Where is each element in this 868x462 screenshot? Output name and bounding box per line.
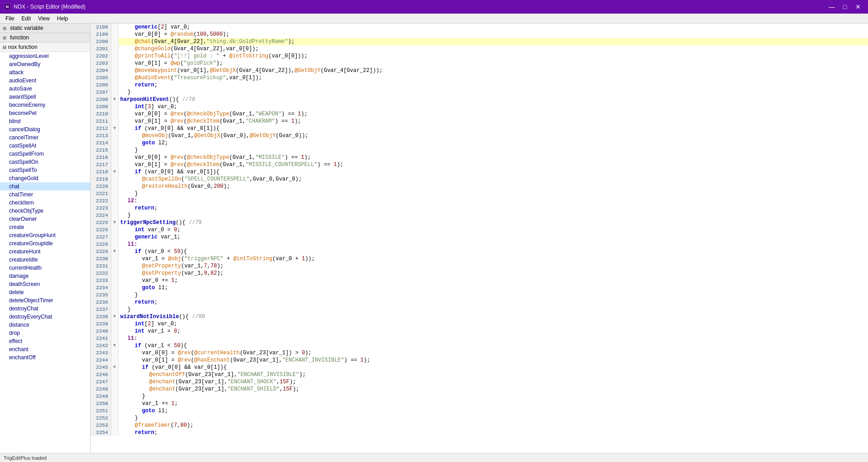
code-content[interactable]: var_0 += 1;	[118, 277, 868, 284]
sidebar-item-cancelTimer[interactable]: cancelTimer	[0, 133, 90, 142]
fold-indicator[interactable]	[111, 429, 118, 436]
code-content[interactable]: }	[118, 147, 868, 154]
code-content[interactable]: if (var_0[0] && var_0[1]){	[118, 168, 868, 176]
sidebar-item-enchantOff[interactable]: enchantOff	[0, 353, 90, 362]
code-content[interactable]: @enchantOff(Gvar_23[var_1],"ENCHANT_INVI…	[118, 371, 868, 378]
fold-indicator[interactable]	[111, 320, 118, 328]
fold-indicator[interactable]	[111, 371, 118, 378]
sidebar-item-checkObjType[interactable]: checkObjType	[0, 207, 90, 215]
sidebar-header-static-variable[interactable]: ⊞ static variable	[0, 24, 90, 33]
sidebar-item-checkItem[interactable]: checkItem	[0, 199, 90, 207]
code-content[interactable]: @setProperty(var_1,7,78);	[118, 262, 868, 270]
code-content[interactable]: var_0[1] = @rev(@checkItem(Gvar_1,"MISSI…	[118, 161, 868, 168]
fold-indicator[interactable]	[111, 24, 118, 31]
code-content[interactable]: }	[118, 212, 868, 219]
sidebar-item-destroyChat[interactable]: destroyChat	[0, 305, 90, 313]
sidebar-item-attack[interactable]: attack	[0, 68, 90, 76]
fold-indicator[interactable]	[111, 414, 118, 422]
fold-indicator[interactable]	[111, 60, 118, 67]
fold-indicator[interactable]	[111, 335, 118, 342]
code-content[interactable]: var_0[0] = @rev(@checkObjType(Gvar_1,"WE…	[118, 110, 868, 118]
fold-indicator[interactable]	[111, 393, 118, 400]
sidebar-item-awardSpell[interactable]: awardSpell	[0, 93, 90, 101]
sidebar-item-currentHealth[interactable]: currentHealth	[0, 264, 90, 272]
fold-indicator[interactable]: ▼	[111, 125, 118, 132]
code-content[interactable]: goto l1;	[118, 407, 868, 414]
fold-indicator[interactable]	[111, 52, 118, 60]
code-content[interactable]: if (var_0[0] && var_0[1]){	[118, 364, 868, 371]
code-content[interactable]: }	[118, 414, 868, 422]
fold-indicator[interactable]	[111, 147, 118, 154]
fold-indicator[interactable]	[111, 262, 118, 270]
window-controls[interactable]: — □ ✕	[825, 0, 864, 14]
fold-indicator[interactable]: ▼	[111, 313, 118, 320]
sidebar-item-creatureGroupIdle[interactable]: creatureGroupIdle	[0, 239, 90, 248]
menu-edit[interactable]: Edit	[18, 14, 34, 23]
sidebar-item-deathScreen[interactable]: deathScreen	[0, 280, 90, 288]
code-content[interactable]: @restoreHealth(Gvar_0,200);	[118, 183, 868, 190]
fold-indicator[interactable]	[111, 132, 118, 139]
fold-indicator[interactable]	[111, 241, 118, 248]
fold-indicator[interactable]	[111, 291, 118, 299]
fold-indicator[interactable]: ▼	[111, 364, 118, 371]
sidebar-item-autoSave[interactable]: autoSave	[0, 85, 90, 93]
code-content[interactable]: var_1 = @obj("triggerNPC" + @intToString…	[118, 255, 868, 262]
code-content[interactable]: @AudioEvent("TreasurePickup",var_0[1]);	[118, 74, 868, 81]
sidebar-item-enchant[interactable]: enchant	[0, 345, 90, 353]
code-content[interactable]: @printToAll("[!!] gold : " + @intToStrin…	[118, 52, 868, 60]
fold-indicator[interactable]: ▼	[111, 342, 118, 349]
fold-indicator[interactable]	[111, 67, 118, 74]
code-content[interactable]: l1:	[118, 241, 868, 248]
code-content[interactable]: if (var_0 < 59){	[118, 248, 868, 255]
fold-indicator[interactable]	[111, 277, 118, 284]
sidebar-item-aggressionLevel[interactable]: aggressionLevel	[0, 52, 90, 60]
sidebar-item-distance[interactable]: distance	[0, 321, 90, 329]
maximize-button[interactable]: □	[839, 0, 851, 14]
sidebar-item-becomeEnemy[interactable]: becomeEnemy	[0, 101, 90, 109]
fold-indicator[interactable]	[111, 349, 118, 357]
code-content[interactable]: }	[118, 393, 868, 400]
sidebar-item-audioEvent[interactable]: audioEvent	[0, 76, 90, 85]
code-content[interactable]: }	[118, 291, 868, 299]
fold-indicator[interactable]	[111, 422, 118, 429]
minimize-button[interactable]: —	[825, 0, 838, 14]
fold-indicator[interactable]	[111, 183, 118, 190]
code-content[interactable]: goto l1;	[118, 284, 868, 291]
sidebar-header-nox-function[interactable]: ⊟ nox function	[0, 43, 90, 52]
sidebar-item-create[interactable]: create	[0, 223, 90, 231]
close-button[interactable]: ✕	[852, 0, 864, 14]
code-content[interactable]: @setProperty(var_1,9,82);	[118, 270, 868, 277]
code-content[interactable]: var_1 += 1;	[118, 400, 868, 407]
sidebar-item-deleteObjectTimer[interactable]: deleteObjectTimer	[0, 296, 90, 305]
sidebar-item-chat[interactable]: chat	[0, 182, 90, 191]
code-content[interactable]: @enchant(Gvar_23[var_1],"ENCHANT_SHIELD"…	[118, 386, 868, 393]
code-content[interactable]: return;	[118, 205, 868, 212]
code-content[interactable]: harpoonHitEvent(){ //78	[118, 96, 868, 103]
code-content[interactable]: @changeGold(Gvar_4[Gvar_22],var_0[0]);	[118, 45, 868, 52]
fold-indicator[interactable]	[111, 378, 118, 386]
sidebar-item-castSpellFrom[interactable]: castSpellFrom	[0, 150, 90, 158]
code-content[interactable]: var_0[0] = @rev(@checkObjType(Gvar_1,"MI…	[118, 154, 868, 161]
code-content[interactable]: @frameTimer(7,80);	[118, 422, 868, 429]
code-content[interactable]: if (var_0[0] && var_0[1]){	[118, 125, 868, 132]
fold-indicator[interactable]: ▼	[111, 219, 118, 226]
sidebar-item-areOwnedBy[interactable]: areOwnedBy	[0, 60, 90, 68]
menu-help[interactable]: Help	[53, 14, 72, 23]
code-content[interactable]: return;	[118, 299, 868, 306]
code-content[interactable]: wizardNotInvisible(){ //80	[118, 313, 868, 320]
code-content[interactable]: int var_0 = 0;	[118, 226, 868, 233]
code-content[interactable]: @chat(Gvar_4[Gvar_22],"thing.db:GoldPret…	[118, 38, 868, 45]
code-content[interactable]: generic var_1;	[118, 233, 868, 241]
code-content[interactable]: if (var_1 < 50){	[118, 342, 868, 349]
fold-indicator[interactable]	[111, 212, 118, 219]
sidebar-item-creatureGroupHunt[interactable]: creatureGroupHunt	[0, 231, 90, 239]
fold-indicator[interactable]	[111, 154, 118, 161]
code-container[interactable]: 2198generic[2] var_0;2199var_0[0] = @ran…	[91, 24, 868, 453]
fold-indicator[interactable]	[111, 89, 118, 96]
code-content[interactable]: generic[2] var_0;	[118, 24, 868, 31]
code-content[interactable]: l2:	[118, 197, 868, 205]
code-content[interactable]: int[2] var_0;	[118, 320, 868, 328]
sidebar-item-castSpellTo[interactable]: castSpellTo	[0, 166, 90, 174]
code-content[interactable]: goto l2;	[118, 139, 868, 147]
sidebar-item-castSpellOn[interactable]: castSpellOn	[0, 158, 90, 166]
